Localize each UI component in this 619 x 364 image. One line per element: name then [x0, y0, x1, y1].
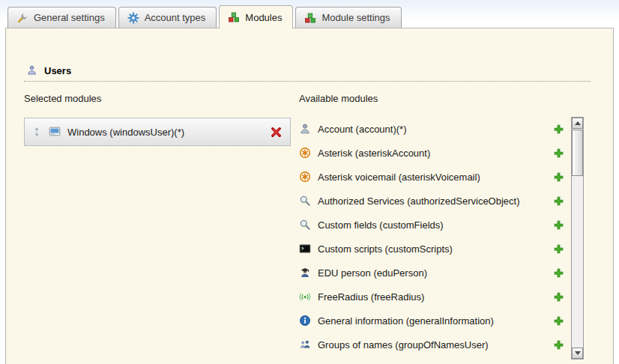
- module-label: EDU person (eduPerson): [318, 267, 546, 279]
- available-module-row: Asterisk voicemail (asteriskVoicemail): [294, 165, 571, 189]
- available-module-row: Groups of names (groupOfNamesUser): [294, 333, 571, 357]
- add-plus-icon[interactable]: [553, 339, 564, 351]
- module-settings-icon: [304, 12, 316, 24]
- windows-icon: [49, 126, 61, 138]
- add-plus-icon[interactable]: [553, 291, 564, 303]
- tab-label: General settings: [34, 12, 105, 23]
- module-label: General information (generalInformation): [318, 315, 546, 327]
- tab-label: Module settings: [321, 12, 390, 23]
- tab-label: Account types: [145, 12, 206, 23]
- magnifier-icon: [299, 195, 311, 207]
- available-modules-list: Account (account)(*) Asterisk (asteriskA…: [294, 117, 584, 360]
- selected-module-label: Windows (windowsUser)(*): [67, 127, 184, 138]
- add-plus-icon[interactable]: [553, 148, 564, 159]
- asterisk-icon: [299, 147, 311, 159]
- module-label: Custom scripts (customScripts): [318, 243, 546, 255]
- drag-handle-icon[interactable]: [31, 127, 42, 137]
- section-title-text: Users: [44, 65, 71, 76]
- module-label: Asterisk voicemail (asteriskVoicemail): [318, 172, 546, 183]
- modules-icon: [228, 11, 240, 23]
- dotted-separator: [24, 81, 591, 82]
- available-module-row: Asterisk (asteriskAccount): [294, 141, 571, 165]
- user-icon: [26, 64, 38, 76]
- add-plus-icon[interactable]: [553, 172, 564, 183]
- tab-label: Modules: [245, 12, 282, 23]
- scroll-down-button[interactable]: [572, 348, 583, 359]
- gear-icon: [127, 12, 139, 24]
- module-label: Account (account)(*): [318, 124, 546, 135]
- scroll-thumb[interactable]: [572, 130, 583, 176]
- tab-modules[interactable]: Modules: [219, 5, 293, 28]
- add-plus-icon[interactable]: [553, 267, 564, 279]
- module-label: Custom fields (customFields): [318, 219, 546, 231]
- tools-icon: [16, 12, 28, 24]
- account-person-icon: [299, 123, 311, 135]
- content-panel: Users Selected modules Available modules…: [5, 28, 614, 364]
- tab-account-types[interactable]: Account types: [118, 7, 217, 28]
- scrollbar[interactable]: [571, 117, 584, 360]
- available-module-row: Authorized Services (authorizedServiceOb…: [294, 189, 571, 213]
- available-module-row: FreeRadius (freeRadius): [294, 285, 571, 309]
- selected-module-row[interactable]: Windows (windowsUser)(*): [24, 118, 291, 146]
- module-label: Groups of names (groupOfNamesUser): [318, 339, 546, 351]
- available-modules-heading: Available modules: [299, 93, 378, 104]
- tab-bar: General settings Account types Modules M…: [7, 6, 402, 28]
- module-label: Asterisk (asteriskAccount): [318, 148, 546, 159]
- available-module-row: EDU person (eduPerson): [294, 261, 571, 285]
- scroll-up-button[interactable]: [572, 118, 583, 129]
- available-module-row: Custom scripts (customScripts): [294, 237, 571, 261]
- add-plus-icon[interactable]: [553, 195, 564, 207]
- add-plus-icon[interactable]: [553, 219, 564, 231]
- module-label: Authorized Services (authorizedServiceOb…: [318, 195, 546, 207]
- info-icon: [299, 315, 311, 327]
- terminal-icon: [299, 243, 311, 255]
- asterisk-icon: [299, 171, 311, 183]
- group-icon: [299, 339, 311, 351]
- available-rows: Account (account)(*) Asterisk (asteriskA…: [294, 117, 571, 360]
- available-module-row: Custom fields (customFields): [294, 213, 571, 237]
- available-module-row: Account (account)(*): [294, 117, 571, 141]
- tab-module-settings[interactable]: Module settings: [295, 7, 401, 28]
- magnifier-icon: [299, 219, 311, 231]
- selected-modules-heading: Selected modules: [24, 93, 101, 104]
- add-plus-icon[interactable]: [553, 124, 564, 135]
- delete-icon[interactable]: [271, 127, 282, 138]
- add-plus-icon[interactable]: [553, 315, 564, 327]
- radio-waves-icon: [299, 291, 311, 303]
- module-label: FreeRadius (freeRadius): [318, 291, 546, 303]
- arrow-down-icon: [575, 351, 581, 355]
- add-plus-icon[interactable]: [553, 243, 564, 255]
- tab-general-settings[interactable]: General settings: [7, 7, 116, 28]
- edu-person-icon: [299, 267, 311, 279]
- available-module-row: General information (generalInformation): [294, 309, 571, 333]
- arrow-up-icon: [575, 121, 581, 125]
- users-section-heading: Users: [26, 64, 71, 76]
